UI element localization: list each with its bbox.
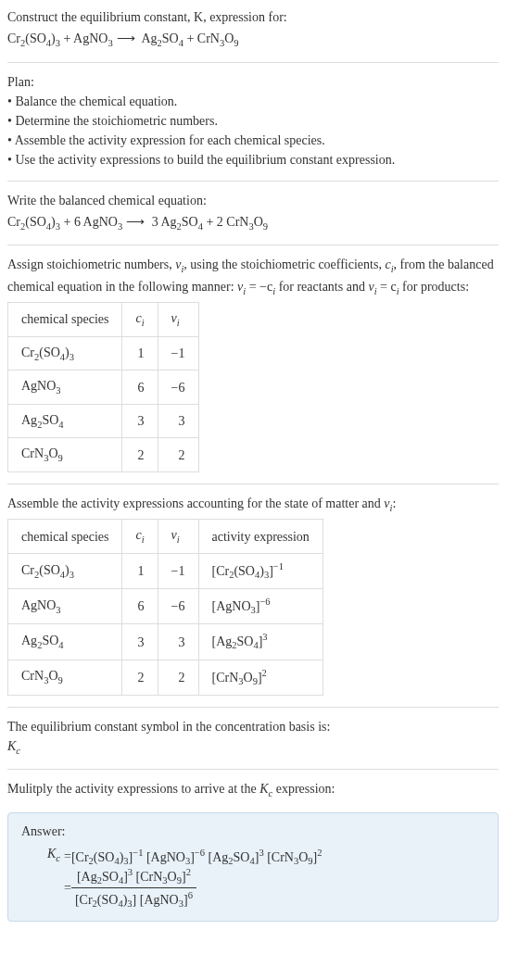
denominator: [Cr2(SO4)3] [AgNO3]6 xyxy=(71,888,196,909)
answer-box: Answer: Kc = [Cr2(SO4)3]−1 [AgNO3]−6 [Ag… xyxy=(7,812,499,922)
stoich-table: chemical species ci νi Cr2(SO4)3 1 −1 Ag… xyxy=(7,302,199,472)
v-cell: 3 xyxy=(158,624,198,660)
c-cell: 3 xyxy=(122,624,158,660)
divider xyxy=(7,484,499,484)
kc-symbol: Kc xyxy=(7,736,499,759)
exp: 3 xyxy=(259,848,263,858)
assemble-text: : xyxy=(392,496,396,510)
balanced-header: Write the balanced chemical equation: xyxy=(7,191,499,210)
exp: 3 xyxy=(262,632,267,642)
exp: −1 xyxy=(273,561,284,572)
species-cell: CrN3O9 xyxy=(8,660,122,695)
plan-item: • Balance the chemical equation. xyxy=(7,92,499,111)
ksub: c xyxy=(16,746,20,756)
symbol-text: The equilibrium constant symbol in the c… xyxy=(7,717,499,736)
table-header: νi xyxy=(158,303,198,337)
table-header-row: chemical species ci νi xyxy=(8,303,199,337)
plan-section: Plan: • Balance the chemical equation. •… xyxy=(7,72,499,170)
symbol-section: The equilibrium constant symbol in the c… xyxy=(7,717,499,759)
eq: = xyxy=(64,849,71,864)
table-row: AgNO3 6 −6 xyxy=(8,371,199,405)
v-cell: 2 xyxy=(158,438,198,472)
table-row: CrN3O9 2 2 [CrN3O9]2 xyxy=(8,660,323,695)
activity-table: chemical species ci νi activity expressi… xyxy=(7,519,323,695)
plan-item: • Assemble the activity expression for e… xyxy=(7,131,499,150)
divider xyxy=(7,707,499,708)
stoich-text: for reactants and xyxy=(275,280,368,294)
eq: = −c xyxy=(246,280,272,294)
kc-expression: Kc = [Cr2(SO4)3]−1 [AgNO3]−6 [Ag2SO4]3 [… xyxy=(21,847,485,910)
exp: 2 xyxy=(262,668,267,678)
eq: = c xyxy=(377,280,397,294)
answer-label: Answer: xyxy=(21,824,485,839)
coef: 6 xyxy=(74,215,81,229)
multiply-text: Mulitply the activity expressions to arr… xyxy=(7,782,259,796)
plan-item: • Use the activity expressions to build … xyxy=(7,150,499,170)
activity-cell: [CrN3O9]2 xyxy=(198,660,323,695)
table-row: Cr2(SO4)3 1 −1 xyxy=(8,336,199,371)
sub: i xyxy=(142,534,145,545)
k: K xyxy=(7,739,16,753)
coef: 3 xyxy=(152,215,158,229)
numerator: [Ag2SO4]3 [CrN3O9]2 xyxy=(71,867,196,888)
table-row: AgNO3 6 −6 [AgNO3]−6 xyxy=(8,589,323,624)
sub: i xyxy=(177,318,180,328)
c-cell: 2 xyxy=(122,438,158,472)
species-cell: CrN3O9 xyxy=(8,438,122,472)
assemble-text: Assemble the activity expressions accoun… xyxy=(7,496,384,510)
exp: −1 xyxy=(133,848,143,858)
c-cell: 3 xyxy=(122,404,158,438)
k: K xyxy=(259,782,268,796)
species-cell: Ag2SO4 xyxy=(8,624,122,660)
eq: = xyxy=(64,881,71,896)
plan-header: Plan: xyxy=(7,72,499,92)
fraction: [Ag2SO4]3 [CrN3O9]2 [Cr2(SO4)3] [AgNO3]6 xyxy=(71,867,196,910)
c-cell: 1 xyxy=(122,554,158,589)
table-header: chemical species xyxy=(8,520,122,554)
v-cell: −6 xyxy=(158,589,198,624)
v-cell: −6 xyxy=(158,371,198,405)
kc-line2: = [Ag2SO4]3 [CrN3O9]2 [Cr2(SO4)3] [AgNO3… xyxy=(64,867,196,910)
stoich-section: Assign stoichiometric numbers, νi, using… xyxy=(7,255,499,472)
c-cell: 6 xyxy=(122,589,158,624)
multiply-text: expression: xyxy=(272,782,335,796)
intro-text: Construct the equilibrium constant, K, e… xyxy=(7,10,287,24)
species-cell: Cr2(SO4)3 xyxy=(8,554,122,589)
exp: −6 xyxy=(195,848,205,858)
exp: 3 xyxy=(128,867,133,877)
species-cell: Ag2SO4 xyxy=(8,404,122,438)
exp: 6 xyxy=(188,890,193,900)
species-cell: AgNO3 xyxy=(8,371,122,405)
table-row: CrN3O9 2 2 xyxy=(8,438,199,472)
divider xyxy=(7,181,499,182)
exp: −6 xyxy=(259,597,270,607)
activity-cell: [Ag2SO4]3 xyxy=(198,624,323,660)
kc-lhs: Kc xyxy=(47,847,60,863)
sub: i xyxy=(142,318,145,328)
balanced-section: Write the balanced chemical equation: Cr… xyxy=(7,191,499,234)
intro-line1: Construct the equilibrium constant, K, e… xyxy=(7,7,499,27)
exp: 2 xyxy=(186,867,191,877)
c-cell: 6 xyxy=(122,371,158,405)
exp: 2 xyxy=(317,848,322,858)
v-cell: −1 xyxy=(158,336,198,371)
kc-line1: = [Cr2(SO4)3]−1 [AgNO3]−6 [Ag2SO4]3 [CrN… xyxy=(64,847,322,867)
species-cell: AgNO3 xyxy=(8,589,122,624)
activity-cell: [AgNO3]−6 xyxy=(198,589,323,624)
table-row: Ag2SO4 3 3 xyxy=(8,404,199,438)
v-cell: 2 xyxy=(158,660,198,695)
table-row: Cr2(SO4)3 1 −1 [Cr2(SO4)3]−1 xyxy=(8,554,323,589)
v-cell: −1 xyxy=(158,554,198,589)
table-row: Ag2SO4 3 3 [Ag2SO4]3 xyxy=(8,624,323,660)
k: K xyxy=(47,847,56,861)
v-cell: 3 xyxy=(158,404,198,438)
balanced-equation: Cr2(SO4)3 + 6 AgNO3⟶ 3 Ag2SO4 + 2 CrN3O9 xyxy=(7,212,499,234)
intro-equation: Cr2(SO4)3 + AgNO3⟶ Ag2SO4 + CrN3O9 xyxy=(7,29,499,51)
species-cell: Cr2(SO4)3 xyxy=(8,336,122,371)
plan-item: • Determine the stoichiometric numbers. xyxy=(7,111,499,131)
c-cell: 2 xyxy=(122,660,158,695)
divider xyxy=(7,62,499,63)
divider xyxy=(7,245,499,245)
multiply-section: Mulitply the activity expressions to arr… xyxy=(7,779,499,801)
table-header-row: chemical species ci νi activity expressi… xyxy=(8,520,323,554)
